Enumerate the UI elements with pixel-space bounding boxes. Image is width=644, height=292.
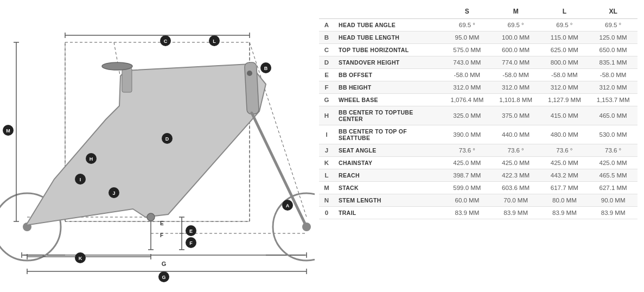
svg-text:M: M — [6, 128, 10, 134]
row-s: 73.6 ° — [443, 144, 492, 157]
row-xl: -58.0 MM — [589, 69, 637, 81]
row-m: 425.0 MM — [492, 157, 540, 169]
row-label: HEAD TUBE ANGLE — [334, 19, 443, 31]
row-s: 95.0 MM — [443, 31, 492, 44]
row-label: BB CENTER TO TOP OF SEATTUBE — [334, 125, 443, 144]
row-l: 69.5 ° — [540, 19, 589, 31]
row-s: 69.5 ° — [443, 19, 492, 31]
row-l: 1,127.9 MM — [540, 94, 589, 106]
row-l: -58.0 MM — [540, 69, 589, 81]
svg-text:E: E — [160, 220, 164, 226]
row-s: 60.0 MM — [443, 194, 492, 207]
row-xl: 465.5 MM — [589, 169, 637, 182]
table-row: A HEAD TUBE ANGLE 69.5 ° 69.5 ° 69.5 ° 6… — [319, 19, 637, 31]
table-row: F BB HEIGHT 312.0 MM 312.0 MM 312.0 MM 3… — [319, 81, 637, 94]
row-m: 69.5 ° — [492, 19, 540, 31]
svg-rect-21 — [245, 62, 259, 114]
row-id: 0 — [319, 207, 334, 219]
row-id: I — [319, 125, 334, 144]
svg-text:F: F — [160, 232, 163, 238]
col-header-measurement — [334, 4, 443, 19]
row-l: 80.0 MM — [540, 194, 589, 207]
row-label: CHAINSTAY — [334, 157, 443, 169]
col-header-m: M — [492, 4, 540, 19]
row-l: 415.0 MM — [540, 106, 589, 125]
svg-point-26 — [147, 213, 155, 221]
svg-text:J: J — [112, 191, 115, 196]
row-s: 743.0 MM — [443, 56, 492, 69]
row-id: D — [319, 56, 334, 69]
svg-point-24 — [102, 62, 132, 70]
row-label: REACH — [334, 169, 443, 182]
row-xl: 627.1 MM — [589, 182, 637, 194]
row-l: 115.0 MM — [540, 31, 589, 44]
row-s: 312.0 MM — [443, 81, 492, 94]
table-row: M STACK 599.0 MM 603.6 MM 617.7 MM 627.1… — [319, 182, 637, 194]
svg-text:L: L — [213, 39, 216, 44]
table-row: K CHAINSTAY 425.0 MM 425.0 MM 425.0 MM 4… — [319, 157, 637, 169]
col-header-xl: XL — [589, 4, 637, 19]
row-l: 800.0 MM — [540, 56, 589, 69]
row-xl: 530.0 MM — [589, 125, 637, 144]
table-row: 0 TRAIL 83.9 MM 83.9 MM 83.9 MM 83.9 MM — [319, 207, 637, 219]
col-header-l: L — [540, 4, 589, 19]
row-xl: 425.0 MM — [589, 157, 637, 169]
row-l: 312.0 MM — [540, 81, 589, 94]
row-s: 390.0 MM — [443, 125, 492, 144]
row-l: 425.0 MM — [540, 157, 589, 169]
row-m: 422.3 MM — [492, 169, 540, 182]
row-xl: 1,153.7 MM — [589, 94, 637, 106]
row-label: BB HEIGHT — [334, 81, 443, 94]
svg-text:C: C — [164, 39, 168, 44]
row-xl: 83.9 MM — [589, 207, 637, 219]
row-id: L — [319, 169, 334, 182]
row-id: A — [319, 19, 334, 31]
row-id: J — [319, 144, 334, 157]
svg-text:G: G — [162, 275, 165, 280]
svg-line-22 — [252, 113, 307, 227]
row-id: F — [319, 81, 334, 94]
row-id: G — [319, 94, 334, 106]
row-id: K — [319, 157, 334, 169]
row-s: 599.0 MM — [443, 182, 492, 194]
row-label: SEAT ANGLE — [334, 144, 443, 157]
bike-diagram: G K F E A B C D — [0, 0, 315, 292]
row-s: 425.0 MM — [443, 157, 492, 169]
row-label: STACK — [334, 182, 443, 194]
row-l: 73.6 ° — [540, 144, 589, 157]
svg-line-8 — [250, 42, 307, 217]
table-row: J SEAT ANGLE 73.6 ° 73.6 ° 73.6 ° 73.6 ° — [319, 144, 637, 157]
row-l: 480.0 MM — [540, 125, 589, 144]
svg-text:E: E — [189, 228, 193, 234]
row-label: STANDOVER HEIGHT — [334, 56, 443, 69]
table-row: C TOP TUBE HORIZONTAL 575.0 MM 600.0 MM … — [319, 44, 637, 56]
row-m: 100.0 MM — [492, 31, 540, 44]
row-id: C — [319, 44, 334, 56]
row-m: 83.9 MM — [492, 207, 540, 219]
row-xl: 650.0 MM — [589, 44, 637, 56]
row-m: -58.0 MM — [492, 69, 540, 81]
row-label: TRAIL — [334, 207, 443, 219]
row-xl: 465.0 MM — [589, 106, 637, 125]
geometry-table: S M L XL A HEAD TUBE ANGLE 69.5 ° 69.5 °… — [319, 4, 637, 219]
table-row: E BB OFFSET -58.0 MM -58.0 MM -58.0 MM -… — [319, 69, 637, 81]
row-m: 375.0 MM — [492, 106, 540, 125]
row-s: 83.9 MM — [443, 207, 492, 219]
row-l: 83.9 MM — [540, 207, 589, 219]
svg-text:H: H — [90, 156, 93, 162]
svg-text:I: I — [80, 177, 81, 182]
row-id: N — [319, 194, 334, 207]
svg-text:A: A — [286, 203, 290, 208]
row-xl: 69.5 ° — [589, 19, 637, 31]
row-label: TOP TUBE HORIZONTAL — [334, 44, 443, 56]
row-m: 440.0 MM — [492, 125, 540, 144]
row-m: 774.0 MM — [492, 56, 540, 69]
svg-text:K: K — [79, 256, 82, 261]
row-m: 603.6 MM — [492, 182, 540, 194]
row-id: B — [319, 31, 334, 44]
row-s: 325.0 MM — [443, 106, 492, 125]
svg-text:F: F — [189, 240, 193, 246]
row-l: 443.2 MM — [540, 169, 589, 182]
svg-rect-23 — [122, 68, 132, 92]
row-label: HEAD TUBE LENGTH — [334, 31, 443, 44]
